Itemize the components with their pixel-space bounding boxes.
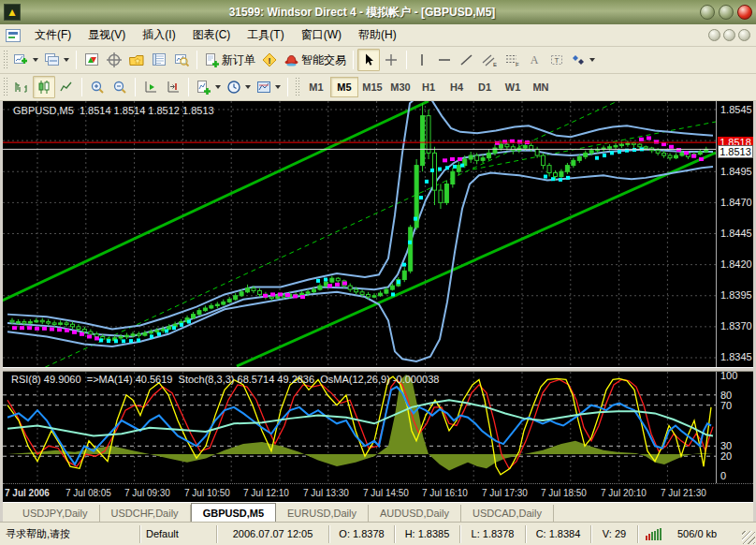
- horizontal-line-tool-button[interactable]: [433, 49, 456, 71]
- maximize-button[interactable]: [719, 5, 734, 20]
- mdi-minimize-button[interactable]: [708, 29, 720, 41]
- time-axis-label: 7 Jul 20:10: [601, 488, 647, 498]
- chart-tabs-bar: USDJPY,DailyUSDCHF,DailyGBPUSD,M5EURUSD,…: [0, 502, 756, 522]
- indicators-button[interactable]: [193, 76, 224, 98]
- templates-icon: [256, 80, 271, 95]
- new-order-label: 新订单: [222, 52, 255, 68]
- status-close: C: 1.8384: [526, 525, 591, 543]
- candlestick-chart-button[interactable]: [33, 76, 55, 98]
- zoom-in-button[interactable]: [86, 76, 109, 98]
- arrows-tool-button[interactable]: [568, 49, 598, 71]
- dropdown-arrow-icon: [33, 58, 38, 62]
- time-axis[interactable]: 7 Jul 20067 Jul 08:057 Jul 09:307 Jul 10…: [3, 483, 753, 502]
- zoom-out-button[interactable]: [109, 76, 131, 98]
- timeframe-button-h1[interactable]: H1: [414, 77, 443, 97]
- channel-tool-button[interactable]: E: [478, 49, 501, 71]
- chart-tab-usdcad[interactable]: USDCAD,Daily: [461, 505, 554, 522]
- text-tool-button[interactable]: A: [523, 49, 545, 71]
- timeframe-button-h4[interactable]: H4: [443, 77, 471, 97]
- indicator-axis-label: 70: [720, 400, 732, 411]
- market-watch-button[interactable]: [80, 49, 103, 71]
- time-axis-label: 7 Jul 13:30: [303, 488, 349, 498]
- templates-button[interactable]: [254, 76, 284, 98]
- warning-diamond-icon: !: [262, 52, 277, 67]
- timeframe-button-mn[interactable]: MN: [527, 77, 555, 97]
- terminal-button[interactable]: [148, 49, 170, 71]
- crosshair-icon: [384, 52, 399, 67]
- menu-item-6[interactable]: 帮助(H): [350, 24, 405, 46]
- expert-advisors-label: 智能交易: [301, 52, 346, 68]
- trendline-tool-button[interactable]: [456, 49, 478, 71]
- pane-splitter[interactable]: [3, 367, 753, 372]
- menu-item-0[interactable]: 文件(F): [26, 24, 80, 46]
- fibonacci-tool-button[interactable]: F: [501, 49, 523, 71]
- mdi-restore-button[interactable]: [723, 29, 735, 41]
- zoom-out-icon: [112, 80, 127, 95]
- menu-item-5[interactable]: 窗口(W): [293, 24, 350, 46]
- text-label-tool-button[interactable]: T: [545, 49, 568, 71]
- resize-grip[interactable]: [742, 531, 755, 544]
- menu-item-3[interactable]: 图表(C): [184, 24, 240, 46]
- menu-item-1[interactable]: 显视(V): [80, 24, 134, 46]
- price-axis-label: 1.8345: [720, 351, 752, 362]
- vertical-line-tool-button[interactable]: [411, 49, 433, 71]
- new-order-button[interactable]: 新订单: [201, 49, 258, 71]
- arrows-shapes-icon: [571, 52, 586, 67]
- navigator-button[interactable]: [125, 49, 148, 71]
- toolbar-drag-handle[interactable]: [295, 77, 299, 97]
- chart-tab-gbpusd[interactable]: GBPUSD,M5: [191, 503, 276, 522]
- crosshair-tool-button[interactable]: [380, 49, 402, 71]
- data-window-button[interactable]: [103, 49, 125, 71]
- profiles-button[interactable]: [41, 49, 72, 71]
- close-button[interactable]: [737, 5, 752, 20]
- alerts-button[interactable]: !: [258, 49, 281, 71]
- menu-item-4[interactable]: 工具(T): [239, 24, 292, 46]
- cursor-tool-button[interactable]: [357, 49, 380, 71]
- mdi-close-button[interactable]: [738, 29, 750, 41]
- price-axis-label: 1.8495: [720, 166, 752, 177]
- price-axis-label: 1.8370: [720, 320, 752, 331]
- indicator-pane[interactable]: [3, 372, 716, 483]
- periods-button[interactable]: [224, 76, 254, 98]
- zoom-in-icon: [90, 80, 105, 95]
- timeframe-button-m30[interactable]: M30: [386, 77, 414, 97]
- strategy-tester-button[interactable]: [170, 49, 193, 71]
- window-title: 31599: Windsor Direct 4 - 模拟帐户 - [GBPUSD…: [24, 5, 700, 21]
- menu-item-2[interactable]: 插入(I): [134, 24, 183, 46]
- timeframe-button-m5[interactable]: M5: [330, 77, 358, 97]
- market-watch-icon: [84, 52, 99, 67]
- minimize-button[interactable]: [700, 5, 715, 20]
- bar-chart-button[interactable]: [10, 76, 33, 98]
- auto-scroll-button[interactable]: [139, 76, 162, 98]
- dropdown-arrow-icon: [64, 58, 69, 62]
- new-chart-button[interactable]: [10, 49, 41, 71]
- indicator-header: RSI(8) 49.9060 =>MA(14) 40.5619 Stoch(8,…: [11, 374, 439, 385]
- price-axis-label: 1.8545: [720, 104, 752, 115]
- toolbar-drag-handle[interactable]: [3, 77, 7, 97]
- timeframe-button-m15[interactable]: M15: [358, 77, 386, 97]
- chart-window-icon[interactable]: [6, 29, 21, 42]
- chart-tab-audusd[interactable]: AUDUSD,Daily: [369, 505, 461, 522]
- toolbar-drag-handle[interactable]: [3, 50, 7, 70]
- status-help: 寻求帮助,请按: [0, 525, 140, 543]
- chart-tab-usdchf[interactable]: USDCHF,Daily: [100, 505, 191, 522]
- horizontal-line-icon: [437, 52, 452, 67]
- app-logo-icon: ▲: [4, 4, 21, 21]
- charts-toolbar: M1M5M15M30H1H4D1W1MN: [0, 74, 756, 101]
- timeframe-button-m1[interactable]: M1: [302, 77, 330, 97]
- standard-toolbar: 新订单 ! 智能交易 E F A: [0, 47, 756, 74]
- timeframe-button-d1[interactable]: D1: [471, 77, 499, 97]
- expert-advisors-button[interactable]: 智能交易: [281, 49, 349, 71]
- tester-magnifier-icon: [174, 52, 189, 67]
- svg-text:!: !: [269, 56, 271, 66]
- price-axis[interactable]: 1.85451.84951.84701.84451.84201.83951.83…: [716, 101, 753, 483]
- application-window: ▲ 31599: Windsor Direct 4 - 模拟帐户 - [GBPU…: [0, 0, 756, 545]
- timeframe-button-w1[interactable]: W1: [499, 77, 527, 97]
- chart-tab-eurusd[interactable]: EURUSD,Daily: [276, 505, 369, 522]
- chart-tab-usdjpy[interactable]: USDJPY,Daily: [11, 505, 100, 522]
- line-chart-button[interactable]: [55, 76, 78, 98]
- chart-shift-button[interactable]: [162, 76, 184, 98]
- svg-text:T: T: [555, 56, 560, 65]
- menu-bar: 文件(F)显视(V)插入(I)图表(C)工具(T)窗口(W)帮助(H): [0, 24, 756, 47]
- price-chart[interactable]: [3, 101, 716, 367]
